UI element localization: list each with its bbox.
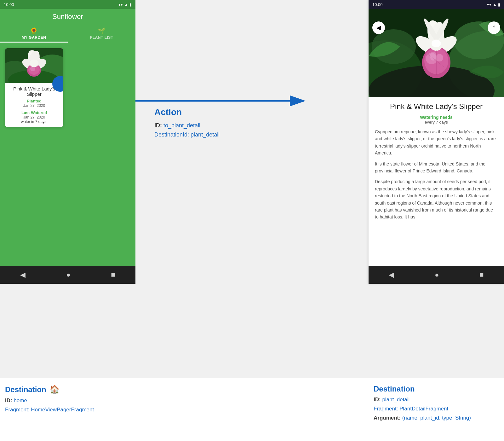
share-button[interactable]: ⤴ — [488, 21, 500, 34]
dest-left-fragment-label: Fragment: — [5, 407, 29, 413]
svg-point-30 — [430, 52, 436, 61]
home-button-left[interactable]: ● — [66, 271, 70, 279]
planted-date: Jan 27, 2020 — [9, 103, 60, 108]
recent-button-left[interactable]: ■ — [111, 271, 115, 279]
phone-left: 10:00 ▾▾ ▲ ▮ Sunflower 🌻 MY GARDEN 🌱 PLA… — [0, 0, 135, 284]
status-bar-right: 10:00 ▾▾ ▲ ▮ — [369, 0, 504, 9]
dest-left-id-value: home — [14, 397, 27, 403]
signal-icon: ▲ — [124, 2, 128, 7]
destination-right-id: ID: plant_detail — [374, 395, 499, 404]
status-icons-right: ▾▾ ▲ ▮ — [487, 2, 500, 7]
nav-bar-right: ◀ ● ■ — [369, 266, 504, 284]
detail-description: Cypripedium reginae, known as the showy … — [375, 128, 498, 221]
destination-left: Destination 🏠 ID: home Fragment: HomeVie… — [0, 378, 135, 441]
action-id-value: to_plant_detail — [163, 122, 200, 129]
bottom-middle-spacer — [135, 378, 369, 441]
detail-watering-label: Watering needs — [375, 115, 498, 120]
destination-left-title: Destination 🏠 — [5, 385, 130, 394]
destination-left-fragment: Fragment: HomeViewPagerFragment — [5, 405, 130, 415]
destination-left-label: Destination — [5, 385, 46, 394]
back-button-left[interactable]: ◀ — [20, 271, 26, 279]
time-left: 10:00 — [4, 2, 14, 7]
last-watered-label: Last Watered — [9, 110, 60, 115]
plant-card[interactable]: Pink & White Lady'sSlipper Planted Jan 2… — [5, 48, 63, 127]
share-icon: ⤴ — [493, 25, 495, 31]
home-icon: 🏠 — [49, 385, 60, 394]
destination-right-argument: Argument: (name: plant_id, type: String) — [374, 414, 499, 423]
action-panel: Action ID: to_plant_detail DestinationId… — [154, 107, 220, 139]
recent-button-right[interactable]: ■ — [479, 271, 484, 279]
app-bar: Sunflower — [0, 9, 135, 25]
dest-right-argument-label: Argument: — [374, 415, 401, 421]
status-bar-left: 10:00 ▾▾ ▲ ▮ — [0, 0, 135, 9]
wifi-icon-right: ▾▾ — [487, 2, 491, 7]
svg-point-29 — [436, 54, 443, 61]
destination-right: Destination ID: plant_detail Fragment: P… — [369, 378, 504, 441]
status-icons-left: ▾▾ ▲ ▮ — [118, 2, 132, 7]
nav-bar-left: ◀ ● ■ — [0, 266, 135, 284]
tabs: 🌻 MY GARDEN 🌱 PLANT LIST — [0, 25, 135, 43]
description-para1: Cypripedium reginae, known as the showy … — [375, 128, 498, 157]
svg-point-32 — [432, 40, 441, 47]
dest-right-fragment-label: Fragment: — [374, 406, 398, 412]
navigation-arrow — [129, 90, 312, 112]
time-right: 10:00 — [372, 2, 383, 7]
destination-right-label: Destination — [374, 385, 415, 393]
garden-icon: 🌻 — [30, 27, 38, 35]
dest-right-id-label: ID: — [374, 397, 381, 403]
back-button[interactable]: ◀ — [372, 21, 385, 34]
planted-label: Planted — [9, 99, 60, 103]
action-id: ID: to_plant_detail — [154, 121, 220, 130]
action-destination: DestinationId: plant_detail — [154, 130, 220, 139]
garden-content: Pink & White Lady'sSlipper Planted Jan 2… — [0, 43, 135, 266]
dest-right-fragment-value: PlantDetailFragment — [399, 406, 448, 412]
water-reminder: water in 7 days. — [9, 119, 60, 124]
battery-icon: ▮ — [129, 2, 132, 7]
dest-right-argument-value: (name: plant_id, type: String) — [402, 415, 471, 421]
svg-point-11 — [30, 60, 38, 67]
description-para3: Despite producing a large amount of seed… — [375, 178, 498, 220]
wifi-icon: ▾▾ — [118, 2, 123, 7]
detail-watering-frequency: every 7 days — [375, 120, 498, 125]
tab-my-garden-label: MY GARDEN — [22, 35, 46, 40]
home-button-right[interactable]: ● — [435, 271, 439, 279]
action-id-label: ID: — [154, 122, 162, 129]
tab-my-garden[interactable]: 🌻 MY GARDEN — [0, 25, 68, 43]
detail-content: Pink & White Lady's Slipper Watering nee… — [369, 97, 504, 266]
last-watered-date: Jan 27, 2020 — [9, 115, 60, 119]
detail-header: ◀ ⤴ — [369, 9, 504, 97]
back-button-right[interactable]: ◀ — [389, 271, 394, 279]
app-title: Sunflower — [52, 13, 83, 20]
plant-list-icon: 🌱 — [98, 27, 106, 35]
destination-right-fragment: Fragment: PlantDetailFragment — [374, 404, 499, 414]
destination-left-id: ID: home — [5, 396, 130, 405]
signal-icon-right: ▲ — [493, 2, 497, 7]
tab-plant-list-label: PLANT LIST — [90, 35, 113, 40]
flower-detail-image — [369, 9, 504, 97]
action-destination-id-value: plant_detail — [191, 131, 220, 138]
action-destination-id-label: DestinationId: — [154, 131, 189, 138]
battery-icon-right: ▮ — [498, 2, 500, 7]
destination-right-title: Destination — [374, 385, 499, 393]
phone-right: 10:00 ▾▾ ▲ ▮ — [369, 0, 504, 284]
middle-area: Action ID: to_plant_detail DestinationId… — [135, 0, 369, 378]
tab-plant-list[interactable]: 🌱 PLANT LIST — [68, 25, 135, 43]
detail-plant-name: Pink & White Lady's Slipper — [375, 102, 498, 111]
dest-left-id-label: ID: — [5, 397, 12, 403]
plant-name: Pink & White Lady'sSlipper — [9, 86, 60, 97]
description-para2: It is the state flower of Minnesota, Uni… — [375, 160, 498, 175]
back-arrow-icon: ◀ — [376, 24, 381, 31]
dest-right-id-value: plant_detail — [382, 397, 410, 403]
dest-left-fragment-value: HomeViewPagerFragment — [31, 407, 94, 413]
